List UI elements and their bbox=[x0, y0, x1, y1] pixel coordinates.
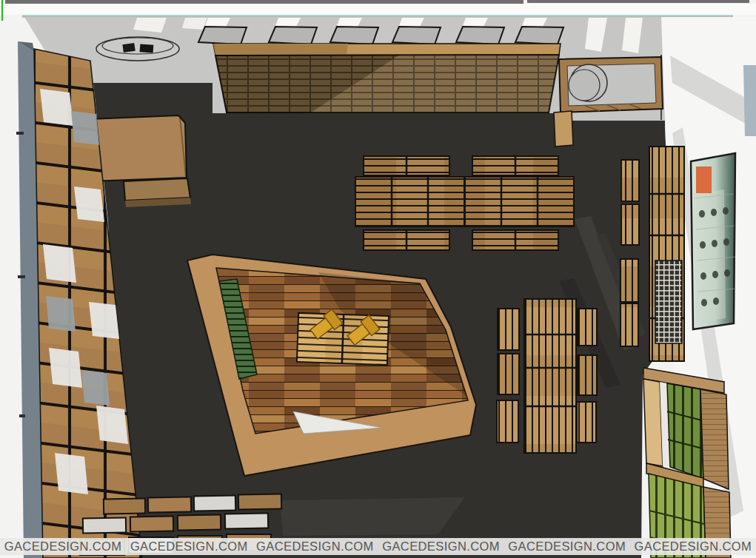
slat-bench bbox=[621, 204, 639, 245]
watermark-bar: GACEDESIGN.COM GACEDESIGN.COM GACEDESIGN… bbox=[0, 538, 756, 555]
mesh-display-rack bbox=[655, 260, 682, 343]
watermark-text: GACEDESIGN.COM bbox=[382, 538, 500, 555]
oval-table-chair bbox=[122, 43, 135, 53]
slat-table-vertical bbox=[524, 299, 576, 453]
slat-table-group-a bbox=[355, 156, 464, 250]
right-wall-blue-panel bbox=[743, 65, 756, 136]
watermark-text: GACEDESIGN.COM bbox=[4, 538, 122, 555]
top-edge-bars bbox=[0, 0, 756, 18]
vertical-slat-table-group bbox=[497, 299, 597, 453]
slat-bench bbox=[578, 355, 597, 395]
counter-stool bbox=[554, 111, 573, 147]
slat-bench bbox=[577, 402, 596, 443]
slat-bench bbox=[498, 354, 519, 394]
ceiling-edge-line bbox=[22, 15, 733, 17]
wood-slat-feature-wall bbox=[213, 44, 561, 112]
oval-table bbox=[96, 37, 179, 61]
slat-bench bbox=[578, 309, 597, 346]
wall-poster bbox=[691, 153, 736, 329]
watermark-text: GACEDESIGN.COM bbox=[256, 538, 374, 555]
poster-orange-seal bbox=[696, 167, 712, 193]
oval-table-chair bbox=[140, 44, 154, 53]
slat-bench bbox=[621, 160, 639, 201]
locker-green-upper bbox=[667, 383, 703, 479]
green-locker-shelving bbox=[643, 368, 731, 558]
slat-bench bbox=[498, 309, 519, 350]
slat-bench bbox=[497, 400, 518, 443]
interior-3d-render bbox=[0, 0, 756, 558]
slat-table-group-b bbox=[465, 156, 574, 250]
slat-table bbox=[465, 177, 574, 226]
slat-bench bbox=[620, 303, 638, 346]
watermark-text: GACEDESIGN.COM bbox=[130, 538, 248, 555]
floor-light-patch bbox=[280, 497, 465, 536]
watermark-text: GACEDESIGN.COM bbox=[508, 538, 626, 555]
slat-table bbox=[355, 177, 464, 226]
slat-bench bbox=[620, 259, 638, 302]
render-viewport: GACEDESIGN.COM GACEDESIGN.COM GACEDESIGN… bbox=[0, 0, 756, 558]
watermark-text: GACEDESIGN.COM bbox=[635, 538, 752, 555]
